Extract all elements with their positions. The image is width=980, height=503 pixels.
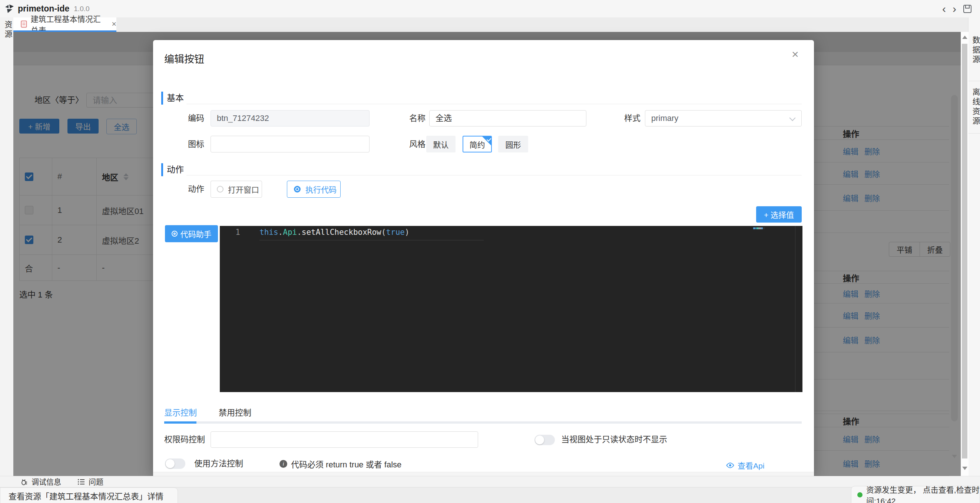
section-divider [186,175,802,176]
back-icon[interactable]: ‹ [942,3,946,14]
shape-option-default[interactable]: 默认 [426,136,455,152]
pick-value-button[interactable]: + 选择值 [756,206,802,223]
perm-input[interactable] [210,431,478,448]
minimap[interactable] [753,227,765,229]
debug-bar: 调试信息 问题 [0,476,980,487]
scrollbar-thumb[interactable] [962,44,967,458]
report-doc-icon [21,20,27,28]
main-scrollbar[interactable] [961,32,969,476]
chevron-down-icon [789,115,796,121]
app-logo-icon [5,4,15,14]
style-select[interactable]: primary [645,110,802,126]
section-basic: 基本 [167,92,184,105]
icon-label: 图标 [161,136,204,152]
method-toggle[interactable] [165,458,185,469]
view-api-link[interactable]: 查看Api [726,460,764,471]
debug-info-item[interactable]: 调试信息 [21,476,61,487]
icon-input[interactable] [210,136,369,152]
tab-report[interactable]: 建筑工程基本情况汇总表 × [13,18,116,30]
debug-bug-icon [21,478,28,485]
section-accent-bar [161,163,163,176]
left-rail: 资源 [0,18,14,476]
tab-track [164,422,802,424]
status-bar: 查看资源「建筑工程基本情况汇总表」详情 资源发生变更， 点击查看,检查时间:16… [0,487,980,503]
tab-active-segment [164,422,196,424]
app-version: 1.0.0 [74,5,89,13]
style-label: 样式 [601,110,641,126]
assistant-circle-icon [172,231,178,237]
modal-footer-strip [153,472,814,476]
scroll-down-icon[interactable] [962,467,967,470]
rail-divider [969,133,980,134]
perm-label: 权限码控制 [164,431,205,448]
action-label: 动作 [161,180,204,198]
rail-divider [969,81,980,81]
app-name: primeton-ide [18,4,69,14]
readonly-toggle-label: 当视图处于只读状态时不显示 [561,431,667,448]
readonly-toggle[interactable] [535,435,555,445]
tab-close-icon[interactable]: × [111,19,116,29]
code-label: 编码 [161,110,204,126]
radio-checked-icon [294,186,301,193]
code-editor[interactable]: 1 this.Api.setAllCheckboxRow(true) [220,226,802,392]
status-right-text: 资源发生变更， 点击查看,检查时间:16:42 [866,484,980,503]
action-option-run-code[interactable]: 执行代码 [287,180,340,198]
method-toggle-label: 使用方法控制 [194,458,243,469]
save-icon[interactable] [963,5,972,13]
shape-label: 风格 [387,136,425,152]
minimap-divider [795,226,795,392]
modal-title: 编辑按钮 [164,51,204,65]
tab-disable-control[interactable]: 禁用控制 [219,406,251,420]
status-left-chip: 查看资源「建筑工程基本情况汇总表」详情 [0,487,178,503]
section-action: 动作 [167,163,184,176]
current-line-underline [259,240,484,240]
problems-item[interactable]: 问题 [78,476,103,487]
forward-icon[interactable]: › [953,3,956,14]
shape-option-simple[interactable]: 简约 [463,136,492,152]
app-window: primeton-ide 1.0.0 ‹ › 资源 数据源 离线资源 建筑工程基… [0,0,980,503]
action-option-open-window[interactable]: 打开窗口 [210,180,262,198]
info-icon: i [280,460,287,468]
line-number: 1 [220,228,240,237]
edit-button-modal: 编辑按钮 × 基本 编码 btn_71274232 名称 全选 样式 prima… [153,40,814,476]
name-input[interactable]: 全选 [429,110,586,126]
modal-close-icon[interactable]: × [792,48,799,60]
name-label: 名称 [387,110,425,126]
titlebar: primeton-ide 1.0.0 ‹ › [0,0,980,18]
right-rail-datasource[interactable]: 数据源 [970,36,980,65]
problems-list-icon [78,479,85,485]
method-hint: i 代码必须 return true 或者 false [280,458,401,469]
code-line: this.Api.setAllCheckboxRow(true) [259,228,410,237]
tabstrip: 建筑工程基本情况汇总表 × [13,18,968,32]
tab-display-control[interactable]: 显示控制 [164,406,197,420]
status-green-dot [858,492,862,497]
code-assistant-button[interactable]: 代码助手 [165,225,218,242]
shape-option-round[interactable]: 圆形 [498,136,528,152]
section-accent-bar [161,92,163,105]
code-input[interactable]: btn_71274232 [210,110,369,126]
right-rail-offline-resources[interactable]: 离线资源 [970,88,980,126]
resource-change-toast[interactable]: 资源发生变更， 点击查看,检查时间:16:42 [851,486,980,503]
left-rail-resources[interactable]: 资源 [2,21,13,40]
eye-icon [726,462,735,468]
status-left-text: 查看资源「建筑工程基本情况汇总表」详情 [8,490,164,501]
scroll-up-icon[interactable] [962,36,967,39]
section-divider [186,104,802,104]
radio-icon [217,186,223,193]
right-rail: 数据源 离线资源 [968,18,980,476]
